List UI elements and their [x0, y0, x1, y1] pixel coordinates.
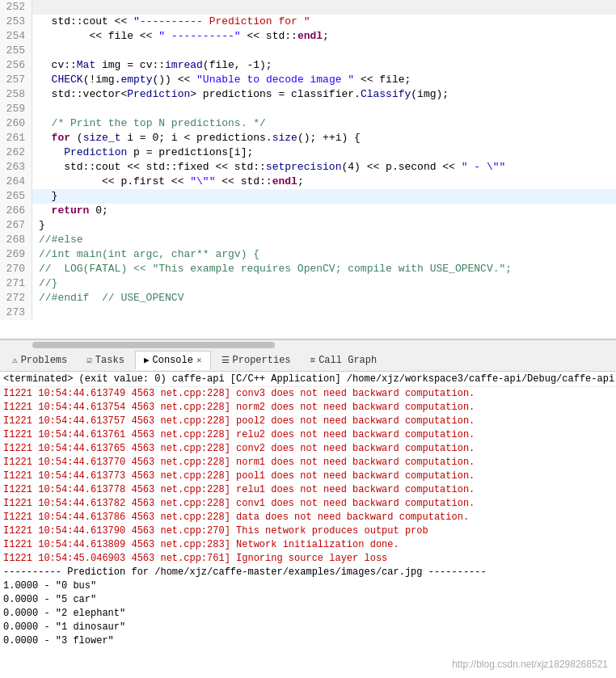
list-item: ---------- Prediction for /home/xjz/caff…: [0, 566, 616, 579]
table-row: 254 << file << " ----------" << std::end…: [0, 29, 616, 44]
console-close-icon[interactable]: ✕: [196, 355, 202, 365]
console-header: <terminated> (exit value: 0) caffe-api […: [0, 372, 616, 387]
tab-tasks-label: Tasks: [95, 355, 124, 366]
table-row: 256 cv::Mat img = cv::imread(file, -1);: [0, 58, 616, 73]
list-item: 0.0000 - "1 dinosaur": [0, 621, 616, 634]
tab-bar: ⚠ Problems ☑ Tasks ▶ Console ✕ ☰ Propert…: [0, 349, 616, 372]
table-row: 252: [0, 0, 616, 15]
tab-properties[interactable]: ☰ Properties: [213, 351, 300, 370]
problems-icon: ⚠: [12, 355, 18, 365]
console-content: I1221 10:54:44.613749 4563 net.cpp:228] …: [0, 387, 616, 648]
list-item: I1221 10:54:45.046903 4563 net.cpp:761] …: [0, 552, 616, 566]
list-item: I1221 10:54:44.613761 4563 net.cpp:228] …: [0, 428, 616, 442]
tab-callgraph[interactable]: ≡ Call Graph: [302, 351, 386, 370]
table-row: 262 Prediction p = predictions[i];: [0, 145, 616, 160]
properties-icon: ☰: [222, 355, 230, 365]
table-row: 271 //}: [0, 276, 616, 291]
list-item: I1221 10:54:44.613782 4563 net.cpp:228] …: [0, 497, 616, 511]
table-row: 273: [0, 305, 616, 320]
list-item: I1221 10:54:44.613786 4563 net.cpp:228] …: [0, 511, 616, 524]
table-row: 266 return 0;: [0, 204, 616, 218]
table-row: 259: [0, 102, 616, 116]
console-icon: ▶: [144, 355, 150, 365]
table-row: 269 //int main(int argc, char** argv) {: [0, 247, 616, 262]
list-item: I1221 10:54:44.613757 4563 net.cpp:228] …: [0, 415, 616, 428]
horizontal-scrollbar[interactable]: [0, 339, 616, 349]
tab-console[interactable]: ▶ Console ✕: [135, 351, 211, 370]
scrollbar-thumb[interactable]: [32, 342, 275, 348]
list-item: 1.0000 - "0 bus": [0, 579, 616, 593]
table-row: 257 CHECK(!img.empty()) << "Unable to de…: [0, 73, 616, 87]
console-area: <terminated> (exit value: 0) caffe-api […: [0, 372, 616, 678]
watermark: http://blog.csdn.net/xjz18298268521: [452, 659, 608, 670]
list-item: 0.0000 - "3 flower": [0, 634, 616, 648]
list-item: I1221 10:54:44.613754 4563 net.cpp:228] …: [0, 401, 616, 415]
table-row: 264 << p.first << "\"" << std::endl;: [0, 175, 616, 189]
callgraph-icon: ≡: [310, 356, 316, 365]
list-item: I1221 10:54:44.613773 4563 net.cpp:228] …: [0, 470, 616, 483]
table-row: 261 for (size_t i = 0; i < predictions.s…: [0, 131, 616, 145]
table-row: 267 }: [0, 218, 616, 233]
table-row: 268 //#else: [0, 233, 616, 247]
list-item: 0.0000 - "2 elephant": [0, 607, 616, 621]
list-item: I1221 10:54:44.613770 4563 net.cpp:228] …: [0, 456, 616, 470]
table-row: 265 }: [0, 189, 616, 204]
table-row: 255: [0, 44, 616, 58]
table-row: 263 std::cout << std::fixed << std::setp…: [0, 160, 616, 175]
table-row: 258 std::vector<Prediction> predictions …: [0, 87, 616, 102]
tab-console-label: Console: [153, 355, 193, 366]
tasks-icon: ☑: [86, 355, 92, 365]
list-item: I1221 10:54:44.613778 4563 net.cpp:228] …: [0, 483, 616, 497]
table-row: 272 //#endif // USE_OPENCV: [0, 291, 616, 305]
list-item: 0.0000 - "5 car": [0, 593, 616, 607]
table-row: 260 /* Print the top N predictions. */: [0, 116, 616, 131]
list-item: I1221 10:54:44.613749 4563 net.cpp:228] …: [0, 387, 616, 401]
code-editor: 252 253 std::cout << "---------- Predict…: [0, 0, 616, 339]
tab-callgraph-label: Call Graph: [319, 355, 377, 366]
list-item: I1221 10:54:44.613809 4563 net.cpp:283] …: [0, 538, 616, 552]
code-lines: 252 253 std::cout << "---------- Predict…: [0, 0, 616, 320]
list-item: I1221 10:54:44.613765 4563 net.cpp:228] …: [0, 442, 616, 456]
table-row: 270 // LOG(FATAL) << "This example requi…: [0, 262, 616, 276]
tab-properties-label: Properties: [233, 355, 291, 366]
list-item: I1221 10:54:44.613790 4563 net.cpp:270] …: [0, 524, 616, 538]
table-row: 253 std::cout << "---------- Prediction …: [0, 15, 616, 29]
tab-tasks[interactable]: ☑ Tasks: [78, 351, 133, 370]
tab-problems[interactable]: ⚠ Problems: [3, 351, 76, 370]
tab-problems-label: Problems: [21, 355, 68, 366]
